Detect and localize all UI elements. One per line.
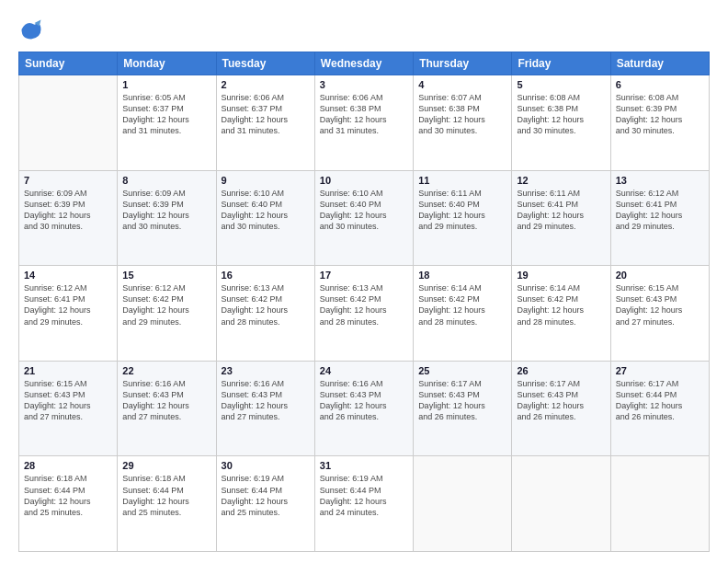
day-info: Sunrise: 6:17 AM Sunset: 6:43 PM Dayligh… [418,378,506,423]
weekday-wednesday: Wednesday [314,52,413,75]
week-row-3: 14Sunrise: 6:12 AM Sunset: 6:41 PM Dayli… [19,266,710,362]
page: SundayMondayTuesdayWednesdayThursdayFrid… [0,0,728,563]
calendar-cell: 21Sunrise: 6:15 AM Sunset: 6:43 PM Dayli… [19,361,118,456]
day-number: 5 [517,79,605,90]
day-number: 9 [222,175,310,186]
calendar-cell: 19Sunrise: 6:14 AM Sunset: 6:42 PM Dayli… [512,266,610,362]
day-info: Sunrise: 6:14 AM Sunset: 6:42 PM Dayligh… [418,282,506,327]
day-info: Sunrise: 6:08 AM Sunset: 6:39 PM Dayligh… [616,92,704,137]
weekday-friday: Friday [512,52,610,75]
day-info: Sunrise: 6:08 AM Sunset: 6:38 PM Dayligh… [517,92,605,137]
calendar-cell: 20Sunrise: 6:15 AM Sunset: 6:43 PM Dayli… [610,266,709,362]
day-info: Sunrise: 6:09 AM Sunset: 6:39 PM Dayligh… [122,188,210,233]
day-info: Sunrise: 6:12 AM Sunset: 6:42 PM Dayligh… [122,282,210,327]
day-number: 18 [418,270,506,281]
day-info: Sunrise: 6:09 AM Sunset: 6:39 PM Dayligh… [24,188,112,233]
day-info: Sunrise: 6:06 AM Sunset: 6:38 PM Dayligh… [320,92,408,137]
day-number: 17 [320,270,408,281]
calendar-cell: 10Sunrise: 6:10 AM Sunset: 6:40 PM Dayli… [314,170,413,266]
day-info: Sunrise: 6:06 AM Sunset: 6:37 PM Dayligh… [222,92,310,137]
calendar-cell: 15Sunrise: 6:12 AM Sunset: 6:42 PM Dayli… [118,266,216,362]
day-number: 23 [222,365,310,376]
day-number: 13 [616,175,704,186]
calendar-cell: 9Sunrise: 6:10 AM Sunset: 6:40 PM Daylig… [216,170,314,266]
day-number: 30 [222,460,310,471]
day-info: Sunrise: 6:14 AM Sunset: 6:42 PM Dayligh… [517,282,605,327]
calendar-cell: 5Sunrise: 6:08 AM Sunset: 6:38 PM Daylig… [512,75,610,171]
day-info: Sunrise: 6:15 AM Sunset: 6:43 PM Dayligh… [616,282,704,327]
day-number: 8 [122,175,210,186]
day-info: Sunrise: 6:12 AM Sunset: 6:41 PM Dayligh… [616,188,704,233]
day-number: 1 [122,79,210,90]
calendar-cell: 18Sunrise: 6:14 AM Sunset: 6:42 PM Dayli… [414,266,512,362]
day-number: 14 [24,270,112,281]
day-info: Sunrise: 6:16 AM Sunset: 6:43 PM Dayligh… [222,378,310,423]
day-number: 10 [320,175,408,186]
calendar-cell: 27Sunrise: 6:17 AM Sunset: 6:44 PM Dayli… [610,361,709,456]
calendar-cell: 17Sunrise: 6:13 AM Sunset: 6:42 PM Dayli… [314,266,413,362]
calendar-cell [414,456,512,552]
calendar-cell: 23Sunrise: 6:16 AM Sunset: 6:43 PM Dayli… [216,361,314,456]
day-info: Sunrise: 6:11 AM Sunset: 6:40 PM Dayligh… [418,188,506,233]
logo-icon [18,17,44,42]
calendar-cell [610,456,709,552]
calendar-cell [512,456,610,552]
week-row-1: 1Sunrise: 6:05 AM Sunset: 6:37 PM Daylig… [19,75,710,171]
calendar-cell: 14Sunrise: 6:12 AM Sunset: 6:41 PM Dayli… [19,266,118,362]
day-number: 31 [320,460,408,471]
calendar-cell: 31Sunrise: 6:19 AM Sunset: 6:44 PM Dayli… [314,456,413,552]
week-row-4: 21Sunrise: 6:15 AM Sunset: 6:43 PM Dayli… [19,361,710,456]
calendar-cell: 1Sunrise: 6:05 AM Sunset: 6:37 PM Daylig… [118,75,216,171]
calendar-cell: 25Sunrise: 6:17 AM Sunset: 6:43 PM Dayli… [414,361,512,456]
logo [18,17,48,42]
weekday-header-row: SundayMondayTuesdayWednesdayThursdayFrid… [19,52,710,75]
weekday-sunday: Sunday [19,52,118,75]
calendar-cell [19,75,118,171]
day-info: Sunrise: 6:19 AM Sunset: 6:44 PM Dayligh… [222,473,310,518]
day-number: 3 [320,79,408,90]
weekday-tuesday: Tuesday [216,52,314,75]
day-info: Sunrise: 6:18 AM Sunset: 6:44 PM Dayligh… [24,473,112,518]
calendar-cell: 30Sunrise: 6:19 AM Sunset: 6:44 PM Dayli… [216,456,314,552]
calendar-table: SundayMondayTuesdayWednesdayThursdayFrid… [18,52,710,552]
calendar-cell: 28Sunrise: 6:18 AM Sunset: 6:44 PM Dayli… [19,456,118,552]
day-info: Sunrise: 6:18 AM Sunset: 6:44 PM Dayligh… [122,473,210,518]
day-number: 20 [616,270,704,281]
day-number: 28 [24,460,112,471]
week-row-2: 7Sunrise: 6:09 AM Sunset: 6:39 PM Daylig… [19,170,710,266]
day-info: Sunrise: 6:19 AM Sunset: 6:44 PM Dayligh… [320,473,408,518]
day-number: 6 [616,79,704,90]
day-info: Sunrise: 6:12 AM Sunset: 6:41 PM Dayligh… [24,282,112,327]
day-info: Sunrise: 6:05 AM Sunset: 6:37 PM Dayligh… [122,92,210,137]
day-info: Sunrise: 6:13 AM Sunset: 6:42 PM Dayligh… [320,282,408,327]
calendar-cell: 6Sunrise: 6:08 AM Sunset: 6:39 PM Daylig… [610,75,709,171]
calendar-cell: 11Sunrise: 6:11 AM Sunset: 6:40 PM Dayli… [414,170,512,266]
calendar-cell: 3Sunrise: 6:06 AM Sunset: 6:38 PM Daylig… [314,75,413,171]
weekday-monday: Monday [118,52,216,75]
day-number: 25 [418,365,506,376]
day-number: 24 [320,365,408,376]
calendar-cell: 26Sunrise: 6:17 AM Sunset: 6:43 PM Dayli… [512,361,610,456]
day-info: Sunrise: 6:16 AM Sunset: 6:43 PM Dayligh… [320,378,408,423]
day-info: Sunrise: 6:16 AM Sunset: 6:43 PM Dayligh… [122,378,210,423]
day-number: 16 [222,270,310,281]
calendar-cell: 4Sunrise: 6:07 AM Sunset: 6:38 PM Daylig… [414,75,512,171]
calendar-cell: 8Sunrise: 6:09 AM Sunset: 6:39 PM Daylig… [118,170,216,266]
day-number: 29 [122,460,210,471]
day-info: Sunrise: 6:10 AM Sunset: 6:40 PM Dayligh… [320,188,408,233]
calendar-cell: 24Sunrise: 6:16 AM Sunset: 6:43 PM Dayli… [314,361,413,456]
day-number: 12 [517,175,605,186]
day-number: 27 [616,365,704,376]
day-info: Sunrise: 6:13 AM Sunset: 6:42 PM Dayligh… [222,282,310,327]
calendar-cell: 7Sunrise: 6:09 AM Sunset: 6:39 PM Daylig… [19,170,118,266]
day-number: 21 [24,365,112,376]
calendar-cell: 22Sunrise: 6:16 AM Sunset: 6:43 PM Dayli… [118,361,216,456]
day-number: 7 [24,175,112,186]
day-number: 26 [517,365,605,376]
week-row-5: 28Sunrise: 6:18 AM Sunset: 6:44 PM Dayli… [19,456,710,552]
calendar-cell: 13Sunrise: 6:12 AM Sunset: 6:41 PM Dayli… [610,170,709,266]
calendar-cell: 12Sunrise: 6:11 AM Sunset: 6:41 PM Dayli… [512,170,610,266]
day-info: Sunrise: 6:10 AM Sunset: 6:40 PM Dayligh… [222,188,310,233]
day-info: Sunrise: 6:17 AM Sunset: 6:44 PM Dayligh… [616,378,704,423]
day-info: Sunrise: 6:07 AM Sunset: 6:38 PM Dayligh… [418,92,506,137]
